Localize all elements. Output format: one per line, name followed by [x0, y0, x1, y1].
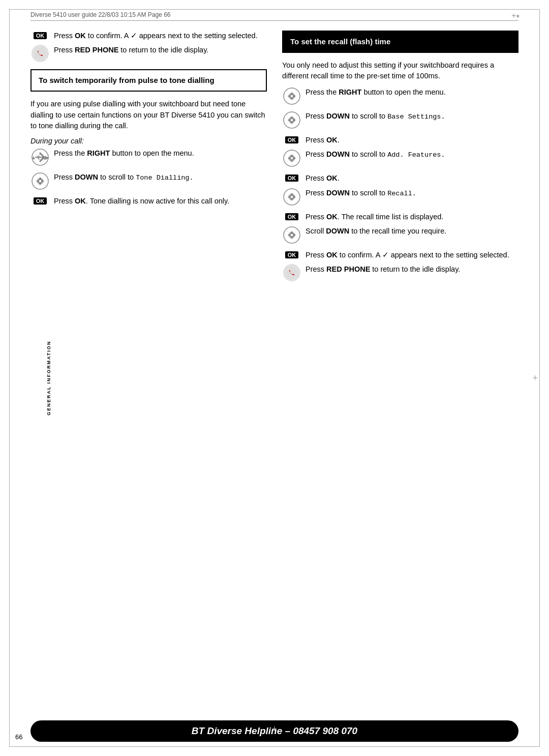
svg-point-5	[32, 173, 48, 189]
ok-icon-add: OK	[282, 173, 301, 182]
add-features-mono: Add. Features.	[387, 151, 445, 159]
svg-point-29	[284, 189, 300, 205]
right-btn-row-left: ▲▼◀▶ Press the RIGHT button to open the …	[30, 148, 267, 168]
red-phone-text-bottom: Press RED PHONE to return to the idle di…	[306, 264, 518, 274]
right-crosshair: +	[532, 373, 538, 384]
ok-confirm-text: Press OK to confirm. A ✓ appears next to…	[54, 31, 267, 41]
recall-body: You only need to adjust this setting if …	[282, 60, 518, 82]
ok-icon-recall: OK	[282, 212, 301, 220]
header-crosshair: +	[511, 11, 518, 18]
header-bar: Diverse 5410 user guide 22/8/03 10:15 AM…	[30, 11, 518, 21]
down-add-features-text: Press DOWN to scroll to Add. Features.	[306, 149, 518, 160]
recall-section-box: To set the recall (flash) time	[282, 31, 518, 53]
red-phone-text-top: Press RED PHONE to return to the idle di…	[54, 45, 267, 55]
pulse-to-tone-section: To switch temporarily from pulse to tone…	[30, 69, 267, 92]
left-column: OK Press OK to confirm. A ✓ appears next…	[30, 31, 267, 715]
phone-icon-top	[30, 45, 50, 62]
ok-badge-base: OK	[285, 136, 299, 143]
bottom-crosshair: +	[272, 724, 278, 735]
ok-confirm-recall-row: OK Press OK to confirm. A ✓ appears next…	[282, 250, 518, 260]
base-settings-mono: Base Settings.	[387, 113, 445, 121]
top-instr-block: OK Press OK to confirm. A ✓ appears next…	[30, 31, 267, 66]
pulse-to-tone-body: If you are using pulse dialling with you…	[30, 99, 267, 132]
main-content: OK Press OK to confirm. A ✓ appears next…	[30, 31, 518, 715]
down-base-settings-row: Press DOWN to scroll to Base Settings.	[282, 111, 518, 131]
svg-point-0	[35, 48, 46, 59]
ok-badge-tone: OK	[34, 197, 47, 205]
scroll-recall-time-row: Scroll DOWN to the recall time you requi…	[282, 226, 518, 246]
ok-recall-row: OK Press OK. The recall time list is dis…	[282, 212, 518, 222]
ok-icon-left: OK	[30, 31, 50, 39]
down-scroll-tone-text: Press DOWN to scroll to Tone Dialling.	[54, 172, 267, 183]
ok-recall-text: Press OK. The recall time list is displa…	[306, 212, 518, 222]
nav-icon-r4	[282, 188, 301, 208]
ok-add-row: OK Press OK.	[282, 173, 518, 183]
recall-section-title: To set the recall (flash) time	[290, 37, 510, 47]
ok-base-row: OK Press OK.	[282, 135, 518, 145]
nav-icon-r1	[282, 87, 301, 107]
ok-tone-text: Press OK. Tone dialling is now active fo…	[54, 196, 267, 206]
down-recall-row: Press DOWN to scroll to Recall.	[282, 188, 518, 208]
ok-confirm-row: OK Press OK to confirm. A ✓ appears next…	[30, 31, 267, 41]
right-btn-text-right: Press the RIGHT button to open the menu.	[306, 87, 518, 97]
nav-icon-2	[30, 172, 50, 192]
page-number: 66	[15, 733, 22, 741]
nav-icon-r2	[282, 111, 301, 131]
right-btn-text-left: Press the RIGHT button to open the menu.	[54, 148, 267, 158]
ok-badge-add: OK	[285, 175, 299, 182]
tone-dialling-mono: Tone Dialling.	[136, 174, 193, 182]
svg-point-11	[284, 88, 300, 104]
right-column: To set the recall (flash) time You only …	[282, 31, 518, 715]
ok-badge-confirm-recall: OK	[285, 251, 299, 258]
svg-point-23	[284, 150, 300, 166]
down-add-features-row: Press DOWN to scroll to Add. Features.	[282, 149, 518, 169]
svg-point-35	[284, 227, 300, 243]
phone-icon-bottom	[282, 264, 301, 281]
during-your-call-label: During your call:	[30, 137, 267, 145]
right-btn-row-right: Press the RIGHT button to open the menu.	[282, 87, 518, 107]
ok-confirm-recall-text: Press OK to confirm. A ✓ appears next to…	[306, 250, 518, 260]
ok-icon-confirm-recall: OK	[282, 250, 301, 258]
down-scroll-tone-row: Press DOWN to scroll to Tone Dialling.	[30, 172, 267, 192]
recall-mono: Recall.	[387, 190, 416, 197]
red-phone-row-top: Press RED PHONE to return to the idle di…	[30, 45, 267, 62]
down-recall-text: Press DOWN to scroll to Recall.	[306, 188, 518, 199]
nav-icon-r3	[282, 149, 301, 169]
ok-badge: OK	[34, 32, 47, 39]
ok-base-text: Press OK.	[306, 135, 518, 145]
header-text: Diverse 5410 user guide 22/8/03 10:15 AM…	[30, 11, 171, 18]
svg-point-41	[286, 267, 297, 278]
svg-point-17	[284, 112, 300, 128]
ok-badge-recall: OK	[285, 213, 299, 220]
scroll-recall-time-text: Scroll DOWN to the recall time you requi…	[306, 226, 518, 236]
svg-text:▲▼◀▶: ▲▼◀▶	[31, 155, 49, 160]
red-phone-row-bottom: Press RED PHONE to return to the idle di…	[282, 264, 518, 281]
phone-icon-img	[32, 45, 49, 62]
down-base-settings-text: Press DOWN to scroll to Base Settings.	[306, 111, 518, 122]
ok-add-text: Press OK.	[306, 173, 518, 183]
pulse-to-tone-title: To switch temporarily from pulse to tone…	[39, 75, 259, 85]
ok-icon-tone: OK	[30, 196, 50, 205]
nav-icon-r5	[282, 226, 301, 246]
nav-icon-1: ▲▼◀▶	[30, 148, 50, 168]
ok-icon-base: OK	[282, 135, 301, 143]
phone-icon-img-bottom	[283, 264, 300, 281]
ok-tone-row: OK Press OK. Tone dialling is now active…	[30, 196, 267, 206]
